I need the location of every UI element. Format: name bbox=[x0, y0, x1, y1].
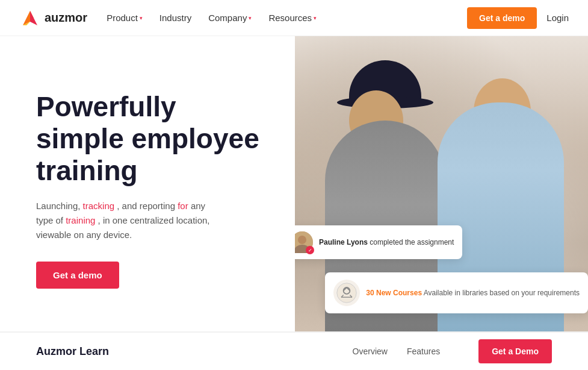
chevron-icon: ▾ bbox=[140, 15, 143, 21]
courses-icon bbox=[333, 280, 360, 306]
svg-marker-1 bbox=[30, 11, 37, 25]
nav-company[interactable]: Company ▾ bbox=[208, 13, 252, 23]
notif-action: completed the assignment bbox=[370, 238, 454, 246]
subtitle-tracking: tracking bbox=[83, 201, 115, 211]
login-button[interactable]: Login bbox=[546, 13, 569, 23]
logo[interactable]: auzmor bbox=[19, 7, 87, 29]
nav-industry-label: Industry bbox=[159, 13, 191, 23]
logo-icon bbox=[19, 7, 41, 29]
subtitle-training: training bbox=[66, 215, 95, 225]
notification-card-2: 30 New Courses Available in libraries ba… bbox=[325, 272, 588, 313]
chevron-icon: ▾ bbox=[314, 15, 317, 21]
get-demo-button[interactable]: Get a demo bbox=[467, 7, 537, 29]
nav-actions: Get a demo Login bbox=[467, 7, 569, 29]
notif-text-2: 30 New Courses Available in libraries ba… bbox=[366, 288, 580, 298]
notif-text-1: Pauline Lyons completed the assignment bbox=[319, 237, 454, 248]
hero-section: Powerfully simple employee training Laun… bbox=[0, 36, 588, 331]
hero-cta-button[interactable]: Get a demo bbox=[36, 262, 119, 289]
nav-product-label: Product bbox=[107, 13, 138, 23]
hero-left: Powerfully simple employee training Laun… bbox=[0, 36, 295, 331]
subtitle-text: Launching, bbox=[36, 201, 83, 211]
hero-image: ✓ Pauline Lyons completed the assignment bbox=[295, 36, 588, 331]
subtitle-for: for bbox=[178, 201, 188, 211]
nav-resources-label: Resources bbox=[268, 13, 312, 23]
notif-name: Pauline Lyons bbox=[319, 238, 368, 246]
nav-links: Product ▾ Industry Company ▾ Resources ▾ bbox=[107, 13, 467, 23]
svg-point-4 bbox=[298, 236, 306, 244]
notif-courses-text: Available in libraries based on your req… bbox=[424, 289, 580, 297]
courses-svg-icon bbox=[336, 282, 357, 304]
chevron-icon: ▾ bbox=[249, 15, 252, 21]
bottom-link-overview[interactable]: Overview bbox=[353, 346, 388, 356]
hero-title: Powerfully simple employee training bbox=[36, 91, 271, 187]
hero-photo: ✓ Pauline Lyons completed the assignment bbox=[295, 36, 588, 331]
bottom-bar: Auzmor Learn Overview Features Get a Dem… bbox=[0, 331, 588, 370]
nav-industry[interactable]: Industry bbox=[159, 13, 191, 23]
nav-company-label: Company bbox=[208, 13, 247, 23]
bottom-brand: Auzmor Learn bbox=[36, 345, 353, 358]
courses-count: 30 New Courses bbox=[366, 289, 422, 297]
avatar: ✓ bbox=[295, 231, 313, 253]
nav-product[interactable]: Product ▾ bbox=[107, 13, 143, 23]
bottom-cta-button[interactable]: Get a Demo bbox=[478, 339, 552, 363]
bottom-links: Overview Features Get a Demo bbox=[353, 339, 552, 363]
logo-text: auzmor bbox=[45, 11, 87, 25]
check-icon: ✓ bbox=[306, 246, 314, 254]
svg-point-6 bbox=[337, 283, 356, 303]
nav-resources[interactable]: Resources ▾ bbox=[268, 13, 317, 23]
notification-card-1: ✓ Pauline Lyons completed the assignment bbox=[295, 225, 462, 259]
navbar: auzmor Product ▾ Industry Company ▾ Reso… bbox=[0, 0, 588, 36]
hero-subtitle: Launching, tracking , and reporting for … bbox=[36, 199, 217, 242]
subtitle-text2: , and reporting bbox=[117, 201, 178, 211]
bottom-link-features[interactable]: Features bbox=[407, 346, 440, 356]
